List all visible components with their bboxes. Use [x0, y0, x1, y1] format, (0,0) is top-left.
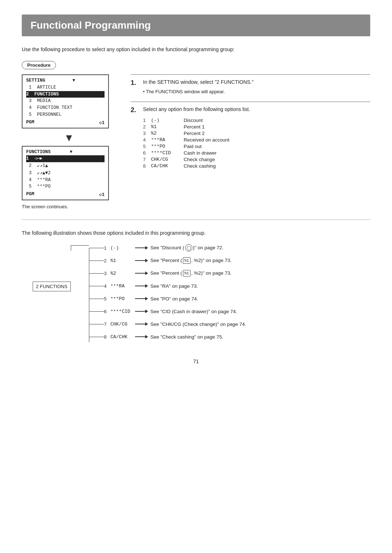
step1-block: 1. In the SETTING window, select "2 FUNC…: [131, 74, 370, 99]
options-list: 1(-)Discount 2%1Percent 1 3%2Percent 2 4…: [143, 118, 370, 169]
step1-sub: • The FUNCTIONS window will appear.: [143, 89, 370, 94]
step1-number: 1.: [131, 79, 139, 87]
step2-block: 2. Select any option from the following …: [131, 102, 370, 174]
list-item: 4***RAReceived on account: [143, 137, 370, 143]
tree-branch-8: 8 CA/CHK See "Check cashing" on page 75.: [89, 331, 246, 342]
list-item: 7CHK/CGCheck change: [143, 157, 370, 162]
list-item: 8CA/CHKCheck cashing: [143, 163, 370, 169]
list-item: 2%1Percent 1: [143, 124, 370, 130]
tree-main-box: 2 FUNCTIONS: [33, 282, 71, 291]
page-number: 71: [22, 359, 370, 364]
step1-text: In the SETTING window, select "2 FUNCTIO…: [143, 79, 254, 85]
tree-branch-1: 1 (-) See "Discount (◯)" on page 72.: [89, 242, 246, 253]
functions-screen: FUNCTIONS ▼ 1 ◁—▶ 2 ↙↗1▲ 3 ↙↗▲▼2 4 ***RA…: [22, 146, 109, 201]
list-item: 3%2Percent 2: [143, 131, 370, 136]
section-divider: [22, 220, 370, 220]
list-item: 5***POPaid out: [143, 144, 370, 149]
tree-branch-6: 6 ****CID See "CID (Cash in drawer)" on …: [89, 306, 246, 317]
screen-continues: The screen continues.: [22, 204, 116, 209]
page-title: Functional Programming: [22, 15, 370, 36]
step2-number: 2.: [131, 106, 139, 114]
tree-branch-5: 5 ***PO See "PO" on page 74.: [89, 293, 246, 304]
down-arrow: ▼: [22, 132, 116, 144]
intro-text: Use the following procedure to select an…: [22, 46, 370, 52]
tree-branch-7: 7 CHK/CG See "CHK/CG (Check change)" on …: [89, 319, 246, 329]
tree-branch-2: 2 %1 See "Percent (%1, %2)" on page 73.: [89, 255, 246, 266]
list-item: 6****CIDCash in drawer: [143, 150, 370, 156]
illustration-text: The following illustration shows those o…: [22, 230, 370, 236]
tree-diagram: 2 FUNCTIONS .tbr { display:flex; align-i…: [33, 242, 370, 344]
tree-branch-3: 3 %2 See "Percent (%1, %2)" on page 73.: [89, 268, 246, 279]
procedure-badge: Procedure: [22, 61, 56, 69]
step2-text: Select any option from the following opt…: [143, 106, 250, 112]
setting-screen: SETTING ▼ 1 ARTICLE 2 FUNCTIONS 3 MEDIA …: [22, 74, 109, 128]
tree-branch-4: 4 ***RA See "RA" on page 73.: [89, 280, 246, 291]
tree-branch-row: [71, 242, 89, 253]
list-item: 1(-)Discount: [143, 118, 370, 123]
